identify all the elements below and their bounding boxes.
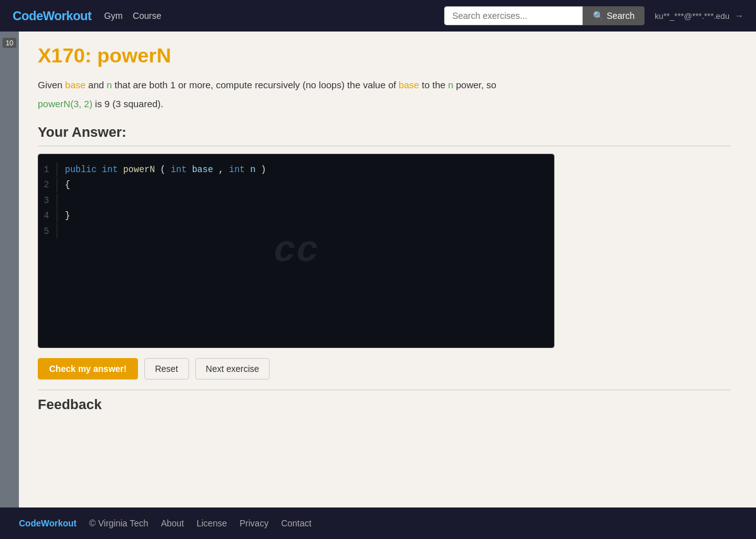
param-n: n bbox=[250, 165, 255, 175]
code-editor[interactable]: 1 public int powerN ( int base , int n ) bbox=[38, 154, 554, 348]
search-icon: 🔍 bbox=[593, 11, 604, 21]
header: CodeWorkout Gym Course 🔍 Search ku**_***… bbox=[0, 0, 756, 32]
desc-pre: Given bbox=[38, 79, 65, 90]
header-logo[interactable]: CodeWorkout bbox=[13, 9, 91, 23]
line-code-4: } bbox=[65, 209, 70, 223]
fn-name: powerN bbox=[123, 165, 154, 175]
footer-copyright: © Virginia Tech bbox=[89, 518, 149, 528]
footer-link-license[interactable]: License bbox=[197, 518, 227, 528]
footer: CodeWorkout © Virginia Tech About Licens… bbox=[0, 507, 756, 539]
comma: , bbox=[219, 165, 229, 175]
search-button-label: Search bbox=[607, 11, 634, 21]
footer-logo: CodeWorkout bbox=[19, 518, 77, 528]
feedback-label: Feedback bbox=[38, 397, 731, 413]
exercise-title: X170: powerN bbox=[38, 44, 731, 67]
line-num-5: 5 bbox=[38, 224, 57, 238]
paren-open: ( bbox=[160, 165, 165, 175]
kw-int-return: int bbox=[102, 165, 118, 175]
code-line-4: 4 } bbox=[38, 208, 554, 223]
line-num-3: 3 bbox=[38, 194, 57, 207]
footer-link-contact[interactable]: Contact bbox=[281, 518, 311, 528]
search-input[interactable] bbox=[444, 6, 583, 25]
code-line-3: 3 bbox=[38, 193, 554, 208]
desc-mid3: to the bbox=[419, 79, 448, 90]
desc-post: power, so bbox=[454, 79, 496, 90]
code-line-1: 1 public int powerN ( int base , int n ) bbox=[38, 162, 554, 177]
page-container: 10 X170: powerN Given base and n that ar… bbox=[0, 32, 756, 507]
example-code: powerN(3, 2) bbox=[38, 98, 93, 109]
kw-int-n: int bbox=[229, 165, 245, 175]
code-line-5: 5 bbox=[38, 224, 554, 239]
nav-course[interactable]: Course bbox=[133, 11, 161, 21]
your-answer-label: Your Answer: bbox=[38, 124, 731, 146]
example-result: is 9 (3 squared). bbox=[93, 98, 164, 109]
user-email: ku**_***@***.***.edu bbox=[655, 11, 730, 21]
exercise-description: Given base and n that are both 1 or more… bbox=[38, 78, 731, 93]
line-code-1: public int powerN ( int base , int n ) bbox=[65, 163, 266, 177]
line-num-1: 1 bbox=[38, 163, 57, 177]
line-code-2: { bbox=[65, 178, 70, 192]
kw-int-base: int bbox=[171, 165, 186, 175]
desc-base1: base bbox=[65, 79, 86, 90]
sidebar-badge: 10 bbox=[3, 38, 16, 48]
nav-gym[interactable]: Gym bbox=[104, 11, 123, 21]
action-buttons: Check my answer! Reset Next exercise bbox=[38, 358, 731, 380]
param-base: base bbox=[192, 165, 214, 175]
header-nav: Gym Course bbox=[104, 11, 161, 21]
desc-n1: n bbox=[106, 79, 112, 90]
feedback-section: Feedback bbox=[38, 390, 731, 413]
code-line-2: 2 { bbox=[38, 177, 554, 192]
check-answer-button[interactable]: Check my answer! bbox=[38, 358, 138, 380]
footer-link-privacy[interactable]: Privacy bbox=[239, 518, 268, 528]
reset-button[interactable]: Reset bbox=[144, 358, 189, 380]
next-exercise-button[interactable]: Next exercise bbox=[195, 358, 270, 380]
logout-icon[interactable]: → bbox=[735, 11, 743, 21]
footer-link-about[interactable]: About bbox=[161, 518, 184, 528]
desc-mid2: that are both 1 or more, compute recursi… bbox=[112, 79, 399, 90]
line-num-2: 2 bbox=[38, 178, 57, 192]
header-search: 🔍 Search ku**_***@***.***.edu → bbox=[444, 6, 743, 25]
line-num-4: 4 bbox=[38, 209, 57, 223]
paren-close: ) bbox=[261, 165, 266, 175]
desc-base2: base bbox=[399, 79, 420, 90]
sidebar: 10 bbox=[0, 32, 19, 507]
search-button[interactable]: 🔍 Search bbox=[583, 6, 644, 25]
kw-public: public bbox=[65, 165, 96, 175]
exercise-example: powerN(3, 2) is 9 (3 squared). bbox=[38, 96, 731, 112]
desc-n2: n bbox=[448, 79, 453, 90]
desc-mid1: and bbox=[86, 79, 106, 90]
main-content: X170: powerN Given base and n that are b… bbox=[19, 32, 756, 507]
